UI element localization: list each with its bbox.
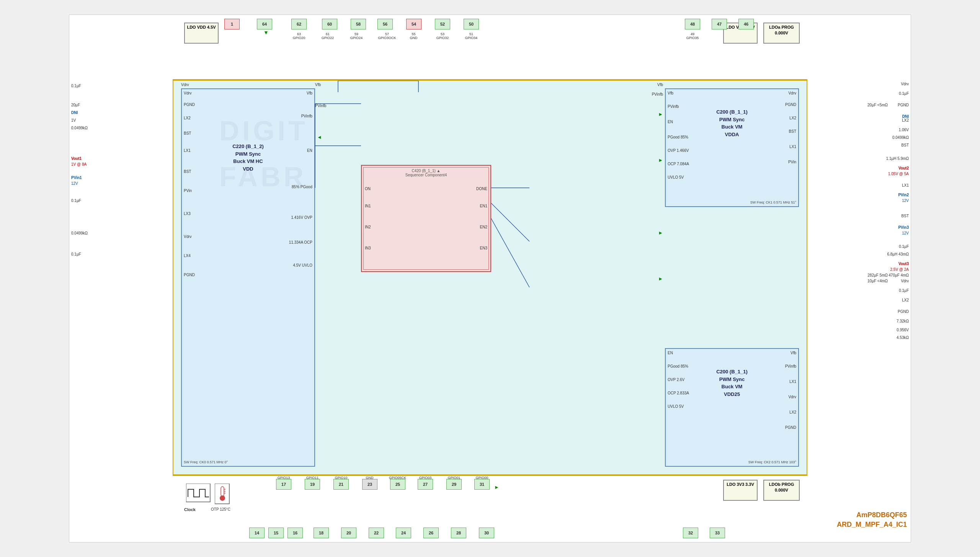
vdrv-top-left: Vdrv	[181, 83, 189, 87]
right-pvin3-val: 12V	[902, 231, 909, 235]
c220-pgnd: PGND	[184, 103, 195, 107]
pvinfb-mid-label: PVinfb	[315, 104, 326, 108]
pin-49-label: 49GPIO35	[683, 32, 702, 40]
pin-gpio00: GPIO00	[472, 476, 492, 480]
right-labels: Vdrv 0.1µF PGND LX2 20µF <5mΩ DNI 1.06V …	[807, 80, 911, 475]
pin-gpio13: GPIO13	[274, 476, 293, 480]
chip-ref: ARD_M_MPF_A4_IC1	[837, 521, 907, 529]
c200v-lx2-right: LX2	[789, 116, 796, 120]
pin-52: 52	[435, 19, 450, 29]
c200vdd25-ovp: OVP 2.6V	[668, 378, 684, 382]
pin-16: 16	[287, 528, 303, 538]
pin-23: 23	[362, 479, 377, 490]
pin-30: 30	[479, 528, 494, 538]
c220-vfb: Vfb	[307, 91, 312, 95]
c220-ocp: 11.334A OCP	[289, 240, 312, 244]
c200vdd25-sw-freq: SW Freq: CK2 0.571 MHz 103°	[748, 460, 796, 464]
left-1v: 1V	[71, 118, 76, 122]
c220-vdrv-top: Vdrv	[184, 91, 192, 95]
pin-62: 62	[291, 19, 307, 29]
right-lx2-top: LX2	[902, 118, 909, 122]
pin-59-label: 59GPIO24	[347, 32, 366, 40]
pin-24: 24	[396, 528, 411, 538]
arrow-en-right-bot: ►	[658, 230, 663, 236]
left-labels: 0.1µF 20µF DNI 1V 0.0499kΩ Vout1 1V @ 8A…	[69, 80, 173, 475]
left-vout1-val: 1V @ 8A	[71, 162, 87, 166]
seq-in3: IN3	[365, 246, 371, 250]
pin-19: 19	[305, 479, 320, 490]
right-ind: 1.1µH 5.9mΩ	[886, 156, 909, 161]
right-res4: 4.53kΩ	[897, 336, 909, 340]
c200v-pgood: PGood 85%	[668, 135, 688, 139]
right-vdrv-bot: Vdrv	[901, 279, 909, 283]
c200v-lx1-right: LX1	[789, 145, 796, 149]
right-bst-bot: BST	[902, 214, 909, 218]
pin-28: 28	[451, 528, 466, 538]
left-cap-20uf: 20µF	[71, 103, 80, 107]
c220-pvin: PVin	[184, 189, 192, 193]
pin-gnd: GND	[361, 476, 378, 480]
svg-rect-2	[221, 487, 224, 496]
pin-64: 64	[257, 19, 272, 29]
c200-vdda-block: C200 (B_1_1) PWM Sync Buck VM VDDA Vfb P…	[665, 88, 799, 207]
pin-21: 21	[333, 479, 349, 490]
pin-56: 56	[377, 19, 393, 29]
pin-51-label: 51GPIO34	[462, 32, 481, 40]
ldo-b-prog-box: LDOb PROG 0.000V	[763, 480, 800, 501]
pin-gpio01: GPIO01	[444, 476, 464, 480]
right-lx2-bot: LX2	[902, 298, 909, 302]
c220-bst-top: BST	[184, 131, 191, 135]
left-cap-01-bot: 0.1µF	[71, 252, 81, 256]
seq-in2: IN2	[365, 225, 371, 229]
pin-gpio10: GPIO10	[332, 476, 351, 480]
chip-area: DIGIT FABR C220 (B_1_2) PWM Sync Buck VM…	[173, 80, 807, 475]
right-res3: 7.32kΩ	[897, 319, 909, 323]
right-cap-01-bot: 0.1µF	[899, 244, 909, 249]
c200v-pvinfb: PVinfb	[668, 104, 679, 109]
pin-60: 60	[322, 19, 337, 29]
c200vdd25-lx1: LX1	[789, 379, 796, 384]
pin-57-label: 57GPIO3OCK	[376, 32, 399, 40]
pin-54: 54	[406, 19, 421, 29]
pin-27: 27	[418, 479, 433, 490]
c220-lx4: LX4	[184, 254, 191, 258]
otp-symbol	[215, 484, 230, 507]
left-pvin1-val: 12V	[71, 181, 78, 186]
pin-33: 33	[710, 528, 725, 538]
vfb-mid-label: Vfb	[315, 83, 321, 87]
ldo-a-prog-box: LDOa PROG 0.000V	[763, 23, 800, 44]
right-cap-01-top: 0.1µF	[899, 91, 909, 96]
ldo-3v3-box: LDO 3V3 3.3V	[723, 480, 758, 501]
arrow-pgood-right-top: ►	[658, 157, 663, 163]
c220-lx3: LX3	[184, 212, 191, 216]
c200v-uvlo: UVLO 5V	[668, 175, 684, 179]
c200v-sw-freq: SW Freq: CK1 0.571 MHz 51°	[750, 200, 796, 204]
c200vdd25-en: EN	[668, 351, 673, 355]
pin-53-label: 53GPIO32	[433, 32, 452, 40]
c220-pgood: 85% PGood	[292, 185, 312, 189]
right-cap3: 282µF 5mΩ	[867, 273, 888, 277]
right-cap5: 470µF 4mΩ	[889, 273, 909, 277]
c220-sw-freq: SW Freq: CK0 0.571 MHz 0°	[184, 460, 228, 464]
pin-14: 14	[249, 528, 265, 538]
pin-50: 50	[464, 19, 479, 29]
c220-block: C220 (B_1_2) PWM Sync Buck VM HC VDD Vdr…	[181, 88, 315, 467]
vfb-top-label: Vfb	[657, 83, 663, 87]
pin-gpio11: GPIO11	[303, 476, 322, 480]
svg-point-3	[220, 495, 225, 501]
left-dni: DNI	[71, 111, 78, 115]
c200v-vdrv-right: Vdrv	[788, 91, 796, 95]
bottom-pin-area: Clock OTP 125°C 17 GPIO13 19 GPIO11 21 G…	[173, 475, 807, 542]
seq-title: C420 (B_1_1) ▲Sequencer Component4	[405, 169, 447, 177]
arrow-en-right-top: ►	[658, 111, 663, 117]
pin-20: 20	[341, 528, 356, 538]
pin-17: 17	[276, 479, 291, 490]
c200vdd25-ocp: OCP 2.833A	[668, 391, 689, 395]
chip-name: AmP8DB6QF65	[856, 511, 907, 519]
c220-pgnd-bot: PGND	[184, 273, 195, 277]
svg-line-13	[491, 218, 529, 287]
c220-pvinfb: PVinfb	[301, 114, 312, 118]
pvinfb-right-label: PVinfb	[652, 92, 663, 96]
right-vdrv: Vdrv	[901, 82, 909, 86]
pin-48: 48	[685, 19, 700, 29]
